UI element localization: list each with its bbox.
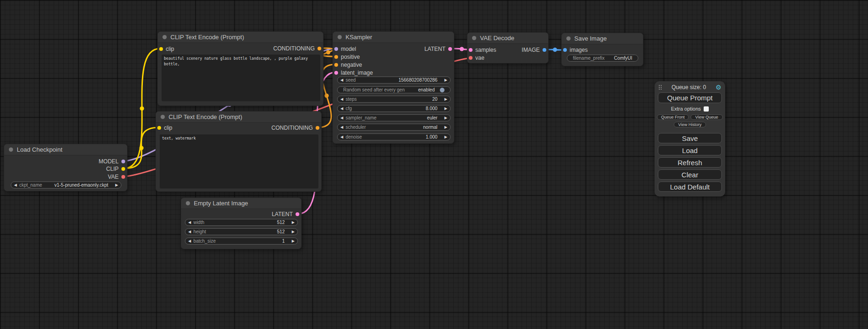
decrement-arrow-icon[interactable]: ◀ [188,221,191,224]
node-titlebar[interactable]: CLIP Text Encode (Prompt) [158,32,323,43]
increment-arrow-icon[interactable]: ▶ [445,107,447,111]
node-vae-decode[interactable]: VAE Decode samples vae IMAGE [467,32,549,63]
extra-options-checkbox[interactable] [704,106,709,112]
increment-arrow-icon[interactable]: ▶ [292,230,295,234]
increment-arrow-icon[interactable]: ▶ [115,183,118,187]
increment-arrow-icon[interactable]: ▶ [292,221,295,224]
decrement-arrow-icon[interactable]: ◀ [340,98,343,101]
drag-handle-icon[interactable] [658,84,662,90]
input-port-latent-image: latent_image [334,69,373,77]
node-titlebar[interactable]: VAE Decode [467,33,548,44]
port-dot-vae[interactable] [469,56,473,60]
node-titlebar[interactable]: Load Checkpoint [4,144,127,155]
widget-random-seed[interactable]: Random seed after every gen enabled [337,86,451,93]
collapse-dot-icon[interactable] [472,36,476,40]
widget-width[interactable]: ◀ width 512 ▶ [185,219,298,226]
port-dot-conditioning[interactable] [318,47,321,50]
decrement-arrow-icon[interactable]: ◀ [14,183,17,187]
refresh-button[interactable]: Refresh [658,157,722,168]
widget-steps[interactable]: ◀ steps 20 ▶ [337,96,451,103]
port-dot-model[interactable] [121,160,125,163]
port-label: model [341,46,356,52]
port-label: CLIP [106,166,119,172]
port-dot-clip[interactable] [157,126,161,130]
collapse-dot-icon[interactable] [338,35,342,39]
port-label: LATENT [272,211,293,217]
node-ksampler[interactable]: KSampler model positive negative latent_… [332,31,454,144]
collapse-dot-icon[interactable] [161,115,165,119]
load-default-button[interactable]: Load Default [658,182,722,192]
widget-height[interactable]: ◀ height 512 ▶ [185,228,298,235]
widget-denoise[interactable]: ◀ denoise 1.000 ▶ [337,133,451,140]
widget-ckpt-name[interactable]: ◀ ckpt_name v1-5-pruned-emaonly.ckpt ▶ [11,182,121,189]
link-midpoint-dot [140,146,144,150]
decrement-arrow-icon[interactable]: ◀ [340,107,343,111]
node-titlebar[interactable]: KSampler [333,32,454,43]
increment-arrow-icon[interactable]: ▶ [445,126,447,129]
port-dot-conditioning[interactable] [334,63,338,67]
port-dot-conditioning[interactable] [316,126,319,130]
node-title: VAE Decode [480,35,514,42]
port-label: clip [164,125,172,131]
input-port-model: model [334,45,356,53]
load-button[interactable]: Load [658,145,722,155]
increment-arrow-icon[interactable]: ▶ [445,116,447,120]
port-label: negative [341,62,362,68]
node-titlebar[interactable]: Empty Latent Image [181,198,301,209]
comfy-menu-panel[interactable]: Queue size: 0 ⚙ Queue Prompt Extra optio… [655,81,725,196]
port-dot-model[interactable] [334,47,338,51]
queue-front-button[interactable]: Queue Front [657,114,689,120]
node-titlebar[interactable]: CLIP Text Encode (Prompt) [156,112,321,123]
queue-prompt-button[interactable]: Queue Prompt [658,92,722,103]
widget-seed[interactable]: ◀ seed 156680208700286 ▶ [337,77,451,84]
collapse-dot-icon[interactable] [162,35,167,39]
port-label: latent_image [341,70,373,76]
node-clip-text-encode-positive[interactable]: CLIP Text Encode (Prompt) clip CONDITION… [157,31,324,106]
increment-arrow-icon[interactable]: ▶ [445,98,447,101]
widget-scheduler[interactable]: ◀ scheduler normal ▶ [337,124,451,131]
decrement-arrow-icon[interactable]: ◀ [340,126,343,129]
node-clip-text-encode-negative[interactable]: CLIP Text Encode (Prompt) clip CONDITION… [155,111,322,192]
decrement-arrow-icon[interactable]: ◀ [188,239,191,243]
increment-arrow-icon[interactable]: ▶ [292,239,295,243]
decrement-arrow-icon[interactable]: ◀ [188,230,191,234]
port-dot-image[interactable] [563,48,567,52]
port-dot-latent[interactable] [448,47,452,51]
port-dot-clip[interactable] [159,47,163,51]
widget-batch-size[interactable]: ◀ batch_size 1 ▶ [185,238,298,245]
decrement-arrow-icon[interactable]: ◀ [340,116,343,120]
decrement-arrow-icon[interactable]: ◀ [340,78,343,82]
port-dot-clip[interactable] [121,167,125,171]
node-load-checkpoint[interactable]: Load Checkpoint MODEL CLIP VAE ◀ ckpt_na… [4,144,127,191]
port-dot-conditioning[interactable] [334,55,338,59]
output-port-model: MODEL [99,158,125,165]
clear-button[interactable]: Clear [658,169,722,180]
increment-arrow-icon[interactable]: ▶ [445,78,447,82]
node-title: CLIP Text Encode (Prompt) [169,113,242,120]
collapse-dot-icon[interactable] [566,36,571,41]
view-history-button[interactable]: View History [674,122,706,127]
prompt-textarea[interactable]: text, watermark [160,134,318,189]
widget-sampler-name[interactable]: ◀ sampler_name euler ▶ [337,114,451,121]
node-empty-latent-image[interactable]: Empty Latent Image LATENT ◀ width 512 ▶ … [181,197,302,249]
port-dot-image[interactable] [543,48,546,52]
collapse-dot-icon[interactable] [9,147,13,152]
port-dot-latent[interactable] [296,212,299,216]
port-label: CONDITIONING [271,125,313,131]
gear-icon[interactable]: ⚙ [715,84,721,91]
node-graph-canvas[interactable]: Load Checkpoint MODEL CLIP VAE ◀ ckpt_na… [0,0,868,329]
port-dot-latent[interactable] [334,71,338,75]
increment-arrow-icon[interactable]: ▶ [445,135,447,139]
decrement-arrow-icon[interactable]: ◀ [340,135,343,139]
collapse-dot-icon[interactable] [186,201,190,205]
widget-filename-prefix[interactable]: filename_prefix ComfyUI [567,55,638,62]
prompt-textarea[interactable]: beautiful scenery nature glass bottle la… [162,55,320,101]
port-dot-vae[interactable] [121,175,125,179]
widget-cfg[interactable]: ◀ cfg 8.000 ▶ [337,105,451,112]
toggle-icon[interactable] [440,88,445,92]
view-queue-button[interactable]: View Queue [691,114,723,120]
port-dot-latent[interactable] [469,48,473,52]
node-titlebar[interactable]: Save Image [562,33,643,44]
node-save-image[interactable]: Save Image images filename_prefix ComfyU… [561,33,643,66]
save-button[interactable]: Save [658,133,722,143]
